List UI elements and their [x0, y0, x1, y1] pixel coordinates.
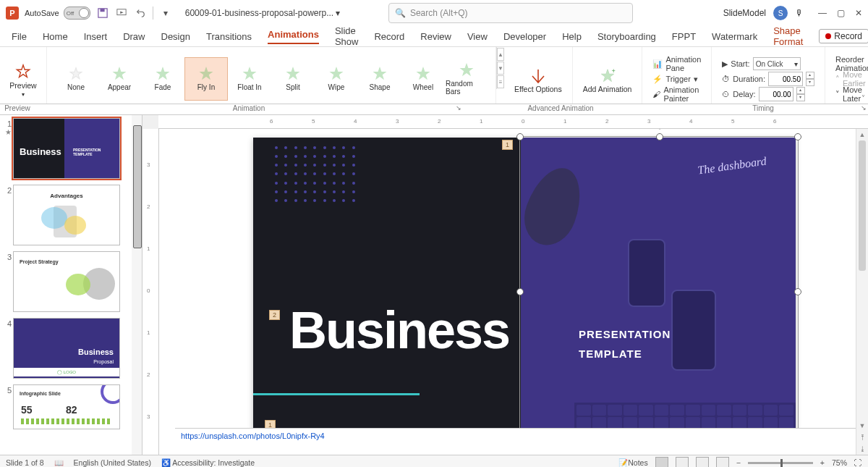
selection-box[interactable]: ⟳: [519, 136, 799, 446]
animation-painter-button[interactable]: 🖌 Animation Painter: [652, 88, 701, 101]
thumbnails-scrollbar[interactable]: [132, 115, 142, 455]
slide-thumbnail-2[interactable]: Advantages: [13, 185, 120, 245]
toggle-switch[interactable]: Off: [64, 7, 90, 20]
zoom-level[interactable]: 75%: [832, 458, 847, 467]
autosave-label: AutoSave: [25, 9, 59, 17]
maximize-icon[interactable]: ▢: [837, 8, 845, 18]
document-title[interactable]: 60009-01-business-proposal-powerp... ▾: [185, 8, 341, 18]
slide-thumbnails-panel: 1★ Business PRESENTATION TEMPLATE 2 Adva…: [0, 115, 142, 455]
fit-to-window-icon[interactable]: ⛶: [854, 458, 862, 467]
menu-design[interactable]: Design: [161, 31, 190, 42]
dialog-launcher-timing[interactable]: ↘: [861, 104, 867, 112]
trigger-button[interactable]: ⚡ Trigger ▾: [652, 72, 701, 85]
menu-home[interactable]: Home: [43, 31, 68, 42]
menu-slideshow[interactable]: Slide Show: [335, 25, 359, 47]
group-label-timing: Timing: [752, 104, 774, 112]
animation-pane-button[interactable]: 📊 Animation Pane: [652, 57, 701, 70]
accessibility-button[interactable]: ♿ Accessibility: Investigate: [161, 458, 255, 468]
slide-title: Business: [289, 300, 509, 360]
group-label-animation: Animation: [233, 104, 265, 112]
gallery-scrollbar[interactable]: ▲▼≡: [496, 47, 504, 89]
animation-shape[interactable]: Shape: [358, 57, 401, 101]
notes-button[interactable]: 📝Notes: [618, 458, 647, 468]
close-icon[interactable]: ✕: [855, 8, 862, 18]
delay-field[interactable]: ⏲ Delay: ▴▾: [722, 88, 814, 101]
svg-text:+: +: [611, 68, 615, 75]
animation-fly-in[interactable]: Fly In: [184, 57, 228, 101]
slide-thumbnail-5[interactable]: Infographic Slide 55 82: [13, 384, 120, 429]
spellcheck-icon[interactable]: 📖: [54, 458, 64, 468]
reading-view-icon[interactable]: [696, 457, 709, 467]
dialog-launcher-animation[interactable]: ↘: [456, 104, 461, 112]
effect-options-button[interactable]: Effect Options: [510, 59, 566, 102]
present-icon[interactable]: [115, 7, 128, 20]
menu-watermark[interactable]: Watermark: [712, 31, 757, 42]
menu-shape-format[interactable]: Shape Format: [773, 25, 803, 47]
animation-random-bars[interactable]: Random Bars: [445, 57, 488, 101]
mic-icon[interactable]: 🎙: [795, 8, 804, 18]
menu-view[interactable]: View: [467, 31, 488, 42]
duration-field[interactable]: ⏱ Duration: ▴▾: [722, 72, 814, 85]
powerpoint-icon: P: [6, 7, 19, 20]
reorder-label: Reorder Animation: [835, 57, 868, 70]
horizontal-ruler: 6543210123456: [158, 115, 868, 129]
record-button[interactable]: Record: [819, 29, 868, 43]
animation-appear[interactable]: Appear: [98, 57, 141, 101]
title-bar: P AutoSave Off ▾ 60009-01-business-propo…: [0, 0, 868, 26]
animation-fade[interactable]: Fade: [141, 57, 184, 101]
menu-draw[interactable]: Draw: [123, 31, 145, 42]
slideshow-view-icon[interactable]: [716, 457, 729, 467]
animation-wheel[interactable]: Wheel: [401, 57, 445, 101]
move-earlier-button: ˄ Move Earlier: [835, 72, 868, 85]
animation-indicator-icon: ★: [3, 128, 12, 136]
sorter-view-icon[interactable]: [676, 457, 689, 467]
menu-insert[interactable]: Insert: [84, 31, 108, 42]
animation-tag-1[interactable]: 1: [502, 140, 513, 150]
slide-canvas[interactable]: The dashboard Business PRESENTATIONTEMPL…: [159, 129, 868, 455]
slide-counter[interactable]: Slide 1 of 8: [6, 458, 44, 467]
ribbon: Preview ▾ NoneAppearFadeFly InFloat InSp…: [0, 46, 868, 104]
add-animation-button[interactable]: + Add Animation: [579, 59, 637, 102]
slide-thumbnail-1[interactable]: Business PRESENTATION TEMPLATE: [13, 118, 120, 179]
animation-gallery: NoneAppearFadeFly InFloat InSplitWipeSha…: [53, 56, 490, 102]
search-input[interactable]: 🔍 Search (Alt+Q): [388, 3, 633, 23]
menu-animations[interactable]: Animations: [268, 29, 319, 44]
preview-button[interactable]: Preview ▾: [5, 59, 41, 102]
avatar[interactable]: S: [773, 6, 788, 20]
group-label-advanced: Advanced Animation: [463, 104, 658, 114]
menu-bar: File Home Insert Draw Design Transitions…: [0, 26, 868, 46]
menu-help[interactable]: Help: [562, 31, 582, 42]
menu-file[interactable]: File: [12, 31, 27, 42]
zoom-in-icon[interactable]: +: [820, 458, 825, 467]
menu-review[interactable]: Review: [420, 31, 451, 42]
ribbon-collapse-icon[interactable]: ˅: [861, 94, 865, 102]
undo-icon[interactable]: [134, 7, 147, 20]
zoom-out-icon[interactable]: −: [736, 458, 741, 467]
normal-view-icon[interactable]: [655, 457, 668, 467]
animation-none[interactable]: None: [54, 57, 98, 101]
save-icon[interactable]: [96, 7, 109, 20]
menu-transitions[interactable]: Transitions: [206, 31, 252, 42]
animation-split[interactable]: Split: [271, 57, 315, 101]
start-field[interactable]: ▶ Start: On Click▾: [722, 57, 814, 70]
status-bar: Slide 1 of 8 📖 English (United States) ♿…: [0, 455, 868, 467]
vertical-scrollbar[interactable]: ▲ ▼ ⭱ ⭳: [856, 129, 868, 455]
menu-record[interactable]: Record: [374, 31, 404, 42]
menu-developer[interactable]: Developer: [503, 31, 546, 42]
language-button[interactable]: English (United States): [74, 458, 151, 467]
menu-storyboarding[interactable]: Storyboarding: [597, 31, 656, 42]
account-name[interactable]: SlideModel: [723, 8, 766, 18]
search-icon: 🔍: [395, 8, 406, 18]
svg-rect-1: [100, 9, 104, 12]
zoom-slider[interactable]: [748, 462, 813, 464]
menu-fppt[interactable]: FPPT: [672, 31, 696, 42]
qat-more-icon[interactable]: ▾: [159, 7, 172, 20]
minimize-icon[interactable]: —: [818, 8, 827, 18]
animation-tag-2[interactable]: 2: [269, 310, 280, 320]
notes-link[interactable]: https://unsplash.com/photos/L0nipfx-Ry4: [175, 428, 868, 455]
animation-wipe[interactable]: Wipe: [315, 57, 358, 101]
slide-thumbnail-3[interactable]: Project Strategy: [13, 251, 120, 312]
animation-float-in[interactable]: Float In: [228, 57, 271, 101]
autosave-toggle[interactable]: AutoSave Off: [25, 7, 90, 20]
slide-thumbnail-4[interactable]: BusinessProposal ◯ LOGO: [13, 318, 120, 379]
